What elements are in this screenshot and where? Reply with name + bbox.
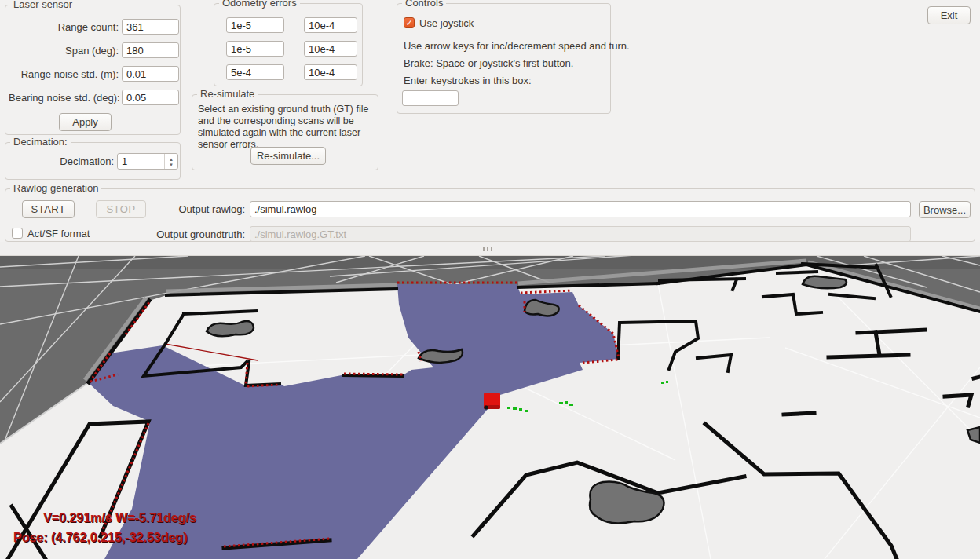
odometry-input-1-1[interactable] [304, 41, 357, 57]
actsf-label: Act/SF format [27, 228, 90, 239]
controls-help-line1: Use arrow keys for inc/decrement speed a… [404, 40, 630, 52]
hud-velocity-text: V=0.291m/s W=-5.71deg/s [43, 511, 196, 524]
spin-up-icon[interactable]: ▴ [170, 156, 173, 162]
laser-sensor-title: Laser sensor [10, 0, 75, 10]
controls-help-line2: Brake: Space or joystick's first button. [404, 57, 573, 69]
range-noise-input[interactable] [122, 66, 179, 82]
odometry-input-2-0[interactable] [226, 64, 284, 80]
use-joystick-label: Use joystick [419, 17, 474, 29]
controls-title: Controls [402, 0, 446, 9]
output-rawlog-label: Output rawlog: [88, 203, 245, 215]
keystroke-input[interactable] [402, 90, 459, 106]
controls-group: Controls ✓ Use joystick Use arrow keys f… [397, 3, 611, 114]
range-noise-label: Range noise std. (m): [9, 68, 119, 80]
span-input[interactable] [122, 42, 179, 58]
apply-button[interactable]: Apply [59, 113, 112, 131]
decimation-group: Decimation: Decimation: ▴ ▾ [5, 142, 181, 180]
resimulate-description: Select an existing ground truth (GT) fil… [198, 104, 375, 151]
spinner-buttons[interactable]: ▴ ▾ [164, 154, 177, 169]
odometry-errors-group: Odometry errors [214, 3, 363, 86]
browse-button[interactable]: Browse... [919, 201, 971, 218]
odometry-errors-title: Odometry errors [219, 0, 300, 9]
odometry-input-0-0[interactable] [226, 17, 284, 33]
odometry-input-0-1[interactable] [304, 17, 357, 33]
decimation-label: Decimation: [9, 155, 114, 167]
decimation-spinner[interactable]: ▴ ▾ [117, 153, 178, 170]
top-control-panel: Laser sensor Range count: Span (deg): Ra… [0, 0, 980, 242]
odometry-input-2-1[interactable] [304, 64, 357, 80]
range-count-label: Range count: [9, 21, 119, 33]
laser-sensor-group: Laser sensor Range count: Span (deg): Ra… [5, 5, 181, 135]
odometry-input-1-0[interactable] [226, 41, 284, 57]
simulator-window: { "app": { "exit_label": "Exit" }, "icon… [0, 0, 980, 559]
decimation-input[interactable] [118, 154, 164, 169]
hud-pose-text: Pose: (4.762,0.215,-32.53deg) [13, 531, 187, 544]
bearing-noise-input[interactable] [122, 90, 179, 105]
start-button[interactable]: START [22, 200, 75, 218]
actsf-checkbox[interactable] [12, 228, 23, 239]
range-count-input[interactable] [122, 19, 179, 35]
robot [484, 393, 500, 410]
exit-button[interactable]: Exit [927, 6, 971, 24]
rawlog-generation-title: Rawlog generation [10, 182, 101, 194]
check-icon: ✓ [405, 18, 412, 27]
resimulate-group: Re-simulate Select an existing ground tr… [192, 94, 378, 170]
spin-down-icon[interactable]: ▾ [170, 162, 173, 167]
rawlog-generation-group: Rawlog generation START STOP Output rawl… [5, 188, 975, 242]
resimulate-title: Re-simulate [197, 88, 258, 100]
simulation-3d-viewport[interactable]: V=0.291m/s W=-5.71deg/s V=0.291m/s W=-5.… [0, 256, 980, 559]
controls-help-line3: Enter keystrokes in this box: [404, 75, 532, 86]
decimation-group-title: Decimation: [10, 136, 71, 148]
span-label: Span (deg): [9, 45, 119, 57]
use-joystick-checkbox[interactable]: ✓ [404, 17, 415, 28]
output-rawlog-input[interactable] [250, 201, 911, 217]
splitter-sash[interactable] [0, 242, 980, 256]
bearing-noise-label: Bearing noise std. (deg): [9, 92, 119, 104]
sash-grip-icon[interactable] [483, 247, 497, 251]
output-groundtruth-input [250, 226, 911, 242]
output-groundtruth-label: Output groundtruth: [88, 228, 245, 240]
robot-wheel [484, 405, 488, 409]
resimulate-button[interactable]: Re-simulate... [250, 147, 326, 165]
